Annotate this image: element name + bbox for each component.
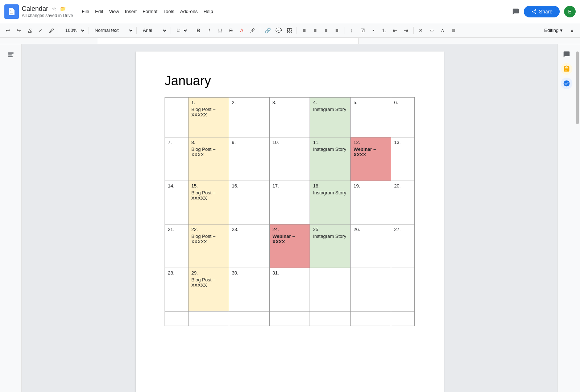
undo-button[interactable]: ↩ [3,25,13,36]
menu-view[interactable]: View [106,7,122,16]
calendar-cell-1[interactable]: 1. Blog Post – XXXXX [188,98,229,137]
menu-edit[interactable]: Edit [92,7,106,16]
indent-less-button[interactable]: ⇤ [390,25,400,36]
comments-button[interactable] [509,5,522,18]
calendar-cell-30[interactable]: 30. [229,268,269,311]
calendar-cell-x6[interactable] [391,311,415,326]
calendar-cell-x4[interactable] [310,311,351,326]
text-color2-button[interactable]: A [438,25,448,36]
align-left-button[interactable]: ≡ [299,25,309,36]
calendar-cell-x1[interactable] [188,311,229,326]
strikethrough-button[interactable]: S [226,25,236,36]
calendar-cell-x5[interactable] [351,311,391,326]
calendar-cell-x2[interactable] [229,311,269,326]
calendar-cell-17[interactable]: 17. [269,181,310,224]
menu-insert[interactable]: Insert [122,7,140,16]
calendar-cell-8[interactable]: 8. Blog Post – XXXX [188,137,229,181]
calendar-cell-23[interactable]: 23. [229,224,269,268]
calendar-cell-e3[interactable] [391,268,415,311]
menu-file[interactable]: File [79,7,92,16]
underline-button[interactable]: U [215,25,225,36]
calendar-cell-13[interactable]: 13. [391,137,415,181]
day-num: 30. [232,270,266,276]
menu-addons[interactable]: Add-ons [177,7,200,16]
folder-icon[interactable]: 📁 [59,5,66,12]
toolbar-collapse-button[interactable]: ▲ [567,25,577,36]
spellcheck-button[interactable]: ✓ [36,25,46,36]
print-button[interactable]: 🖨 [25,25,35,36]
link-button[interactable]: 🔗 [262,25,273,36]
calendar-cell-5[interactable]: 5. [351,98,391,137]
editing-button[interactable]: Editing ▾ [540,25,566,36]
menu-tools[interactable]: Tools [160,7,177,16]
calendar-cell-4[interactable]: 4. Instagram Story [310,98,351,137]
right-panel-chat[interactable] [561,49,572,60]
calendar-cell-24[interactable]: 24. Webinar – XXXX [269,224,310,268]
calendar-cell-16[interactable]: 16. [229,181,269,224]
paint-format-button[interactable]: 🖌 [46,25,57,36]
app-icon[interactable] [4,4,19,19]
day-num: 18. [313,183,347,189]
calendar-cell-e1[interactable] [310,268,351,311]
highlight-button[interactable]: 🖊 [248,25,258,36]
align-right-button[interactable]: ≡ [321,25,331,36]
font-select[interactable]: Arial [139,25,168,36]
calendar-cell-9[interactable]: 9. [229,137,269,181]
calendar-cell-6[interactable]: 6. [391,98,415,137]
image-button[interactable]: 🖼 [284,25,294,36]
redo-button[interactable]: ↪ [14,25,24,36]
column-button[interactable]: ▥ [448,25,459,36]
week-label-5: 28. [165,268,188,311]
calendar-cell-25[interactable]: 25. Instagram Story [310,224,351,268]
calendar-cell-3[interactable]: 3. [269,98,310,137]
day-content: Webinar – XXXX [273,234,307,244]
calendar-cell-12[interactable]: 12. Webinar – XXXX [351,137,391,181]
calendar-cell-10[interactable]: 10. [269,137,310,181]
align-justify-button[interactable]: ≡ [332,25,342,36]
bold-button[interactable]: B [193,25,203,36]
share-button[interactable]: Share [524,6,560,17]
outline-button[interactable] [4,49,17,62]
style-select[interactable]: Normal text [91,25,134,36]
linespacing-button[interactable]: ↕ [347,25,357,36]
number-button[interactable]: 1. [379,25,389,36]
indent-more-button[interactable]: ⇥ [401,25,411,36]
calendar-cell-27[interactable]: 27. [391,224,415,268]
day-num: 21. [168,227,185,232]
right-panel-tasks[interactable] [561,78,572,89]
calendar-cell-22[interactable]: 22. Blog Post – XXXXX [188,224,229,268]
zoom-select[interactable]: 100% [61,25,86,36]
page-title: January [165,73,415,88]
bullet-button[interactable]: • [368,25,378,36]
right-panel-notes[interactable] [561,63,572,75]
comment-button[interactable]: 💬 [273,25,283,36]
italic-button[interactable]: I [204,25,214,36]
calendar-cell-e2[interactable] [351,268,391,311]
align-center-button[interactable]: ≡ [310,25,320,36]
calendar-cell-18[interactable]: 18. Instagram Story [310,181,351,224]
calendar-cell-15[interactable]: 15. Blog Post – XXXXX [188,181,229,224]
menu-format[interactable]: Format [140,7,160,16]
calendar-cell-29[interactable]: 29. Blog Post – XXXXX [188,268,229,311]
calendar-cell-31[interactable]: 31. [269,268,310,311]
calendar-cell-x3[interactable] [269,311,310,326]
scrollbar[interactable] [575,44,580,392]
calendar-cell-26[interactable]: 26. [351,224,391,268]
menu-bar: File Edit View Insert Format Tools Add-o… [79,7,216,16]
textcolor-button[interactable]: A [237,25,247,36]
menu-help[interactable]: Help [200,7,216,16]
checklist-button[interactable]: ☑ [357,25,368,36]
star-icon[interactable]: ☆ [50,5,58,12]
clear-format-button[interactable]: ✕ [416,25,426,36]
day-content: Blog Post – XXXX [191,147,226,157]
calendar-cell-19[interactable]: 19. [351,181,391,224]
background-color-button[interactable]: ▭ [427,25,437,36]
doc-title[interactable]: Calendar [22,5,48,13]
doc-content[interactable]: January 1. Blog Post – XXXXX 2. 3. [22,44,558,392]
user-avatar[interactable]: E [564,6,576,17]
calendar-cell-2[interactable]: 2. [229,98,269,137]
calendar-cell-11[interactable]: 11. Instagram Story [310,137,351,181]
fontsize-select[interactable]: 11 [173,25,188,36]
calendar-cell-20[interactable]: 20. [391,181,415,224]
day-num: 16. [232,183,266,189]
